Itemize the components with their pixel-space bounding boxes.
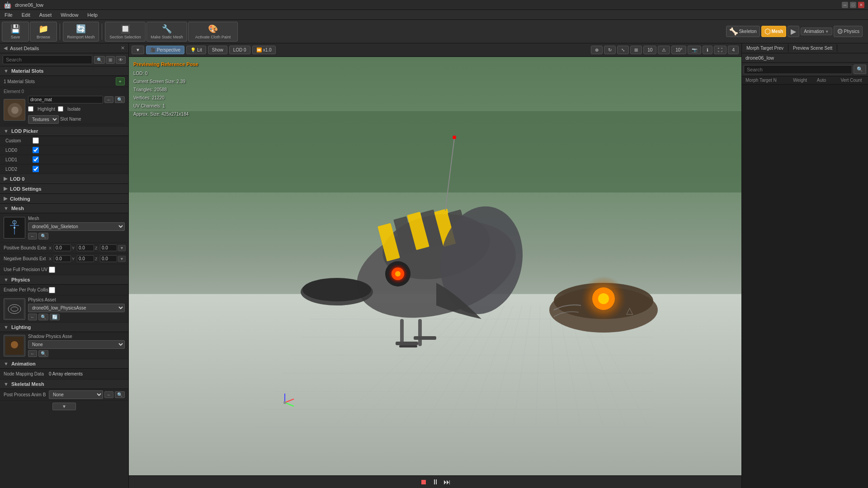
make-static-mesh-button[interactable]: 🔧 Make Static Mesh bbox=[146, 22, 187, 42]
menu-edit[interactable]: Edit bbox=[17, 11, 35, 19]
translate-button[interactable]: ⊕ bbox=[591, 46, 603, 54]
stop-button[interactable]: ⏹ bbox=[420, 478, 427, 486]
browse-button[interactable]: 📁 Browse bbox=[30, 22, 57, 42]
play-forward-button[interactable]: ⏭ bbox=[443, 478, 451, 486]
lod-settings-section-header[interactable]: ▶ LOD Settings bbox=[0, 184, 128, 194]
menu-window[interactable]: Window bbox=[56, 11, 83, 19]
grid-size-button[interactable]: 10 bbox=[643, 46, 656, 54]
physics-asset-select[interactable]: drone06_low_PhysicsAsse bbox=[28, 304, 125, 312]
negative-x-input[interactable] bbox=[54, 255, 71, 262]
perspective-button[interactable]: 🎥 Perspective bbox=[146, 46, 184, 54]
menu-file[interactable]: File bbox=[0, 11, 17, 19]
post-process-search-button[interactable]: 🔍 bbox=[115, 391, 125, 398]
lod0-checkbox[interactable] bbox=[33, 147, 39, 153]
lod2-checkbox[interactable] bbox=[33, 166, 39, 172]
mat-back-button[interactable]: ← bbox=[104, 96, 113, 103]
morph-search-button[interactable]: 🔍 bbox=[854, 65, 866, 74]
enable-per-poly-checkbox[interactable] bbox=[49, 287, 55, 293]
animation-tab[interactable]: Animation ▼ bbox=[801, 28, 832, 35]
filter-button[interactable]: 👁 bbox=[116, 56, 126, 64]
negative-z-input[interactable] bbox=[100, 255, 117, 262]
animation-section-header[interactable]: ▼ Animation bbox=[0, 359, 128, 369]
negative-y-input[interactable] bbox=[77, 255, 94, 262]
add-material-slot-button[interactable]: + bbox=[116, 77, 125, 85]
skeleton-tab[interactable]: 🦴 Skeleton bbox=[726, 26, 760, 37]
lod0-section-header[interactable]: ▶ LOD 0 bbox=[0, 174, 128, 184]
mesh-section-header[interactable]: ▼ Mesh bbox=[0, 204, 128, 213]
viewport-dropdown-button[interactable]: ▼ bbox=[132, 46, 144, 54]
settings-button[interactable]: 4 bbox=[728, 46, 739, 54]
close-button[interactable]: ✕ bbox=[858, 2, 864, 8]
angle-size-button[interactable]: 10° bbox=[671, 46, 686, 54]
shadow-physics-select[interactable]: None bbox=[28, 340, 125, 349]
reimport-mesh-button[interactable]: 🔄 Reimport Mesh bbox=[63, 22, 99, 42]
maximize-button[interactable]: □ bbox=[850, 2, 856, 8]
activate-cloth-paint-button[interactable]: 🎨 Activate Cloth Paint bbox=[188, 22, 238, 42]
grid-view-button[interactable]: ⊞ bbox=[106, 56, 115, 64]
fullscreen-button[interactable]: ⛶ bbox=[714, 46, 726, 54]
material-name-input[interactable] bbox=[28, 96, 103, 103]
material-slots-section-header[interactable]: ▼ Material Slots bbox=[0, 66, 128, 76]
rotate-button[interactable]: ↻ bbox=[604, 46, 616, 54]
speed-button[interactable]: ⏩ x1.0 bbox=[252, 46, 276, 54]
angle-warn-button[interactable]: ⚠ bbox=[658, 46, 670, 54]
asset-details-close-icon[interactable]: ✕ bbox=[121, 45, 125, 51]
mat-search-button[interactable]: 🔍 bbox=[115, 96, 125, 103]
save-button[interactable]: 💾 Save bbox=[2, 22, 29, 42]
info-button[interactable]: ℹ bbox=[703, 46, 712, 54]
morph-search-input[interactable] bbox=[744, 65, 852, 74]
lighting-section-header[interactable]: ▼ Lighting bbox=[0, 323, 128, 332]
show-button[interactable]: Show bbox=[208, 46, 227, 54]
cloth-paint-label: Activate Cloth Paint bbox=[195, 35, 231, 39]
positive-x-input[interactable] bbox=[54, 244, 71, 251]
lod1-checkbox[interactable] bbox=[33, 156, 39, 163]
physics-section-header[interactable]: ▼ Physics bbox=[0, 275, 128, 285]
clothing-section-header[interactable]: ▶ Clothing bbox=[0, 194, 128, 204]
post-process-back-button[interactable]: ← bbox=[104, 391, 113, 398]
skeleton-search-button[interactable]: 🔍 bbox=[38, 233, 48, 239]
pause-button[interactable]: ⏸ bbox=[432, 478, 439, 486]
highlight-label[interactable]: Highlight bbox=[28, 106, 55, 112]
material-type-select[interactable]: Textures bbox=[28, 115, 59, 124]
camera-button[interactable]: 📷 bbox=[688, 46, 701, 54]
lod-custom-checkbox[interactable] bbox=[33, 137, 39, 144]
menu-asset[interactable]: Asset bbox=[35, 11, 57, 19]
positive-z-input[interactable] bbox=[100, 244, 117, 251]
grid-button[interactable]: ⊞ bbox=[630, 46, 642, 54]
viewport[interactable]: △ Previewing Reference Pose LOD: 0 Curre… bbox=[129, 57, 741, 488]
lod-button[interactable]: LOD 0 bbox=[229, 46, 250, 54]
search-input[interactable] bbox=[3, 55, 92, 64]
physics-back-button[interactable]: ← bbox=[28, 314, 37, 320]
positive-bounds-expand[interactable]: ▼ bbox=[118, 245, 126, 251]
anim-tab[interactable]: ▶ bbox=[788, 26, 799, 37]
scale-button[interactable]: ⤡ bbox=[617, 46, 629, 54]
isolate-label[interactable]: Isolate bbox=[58, 106, 80, 112]
physics-search-button[interactable]: 🔍 bbox=[38, 314, 48, 320]
mesh-tab[interactable]: ⬡ Mesh bbox=[761, 26, 787, 37]
positive-y-input[interactable] bbox=[77, 244, 94, 251]
search-button[interactable]: 🔍 bbox=[94, 56, 105, 64]
minimize-button[interactable]: ─ bbox=[842, 2, 848, 8]
expand-button[interactable]: ▼ bbox=[52, 403, 76, 410]
preview-scene-tab[interactable]: Preview Scene Sett bbox=[788, 44, 837, 52]
isolate-checkbox[interactable] bbox=[58, 106, 63, 112]
filename-text: drone06_low bbox=[745, 55, 774, 61]
negative-bounds-expand[interactable]: ▼ bbox=[118, 256, 126, 262]
skeletal-mesh-section-header[interactable]: ▼ Skeletal Mesh bbox=[0, 380, 128, 389]
physics-refresh-button[interactable]: 🔄 bbox=[50, 314, 60, 320]
left-panel-expand-btn[interactable]: ▼ bbox=[0, 401, 128, 412]
menu-help[interactable]: Help bbox=[83, 11, 102, 19]
shadow-search-button[interactable]: 🔍 bbox=[38, 350, 48, 357]
make-static-label: Make Static Mesh bbox=[151, 35, 183, 39]
post-process-select[interactable]: None bbox=[49, 390, 103, 399]
physics-tab[interactable]: ⚙ Physics bbox=[834, 26, 863, 37]
shadow-back-button[interactable]: ← bbox=[28, 350, 37, 357]
lit-button[interactable]: 💡 Lit bbox=[186, 46, 206, 54]
full-precision-checkbox[interactable] bbox=[49, 267, 55, 273]
skeleton-name-select[interactable]: drone06_low_Skeleton bbox=[28, 222, 125, 231]
highlight-checkbox[interactable] bbox=[28, 106, 33, 112]
lod-picker-section-header[interactable]: ▼ LOD Picker bbox=[0, 127, 128, 136]
section-selection-button[interactable]: 🔲 Section Selection bbox=[105, 22, 146, 42]
skeleton-back-button[interactable]: ← bbox=[28, 233, 37, 239]
morph-target-prev-tab[interactable]: Morph Target Prev bbox=[742, 44, 788, 52]
